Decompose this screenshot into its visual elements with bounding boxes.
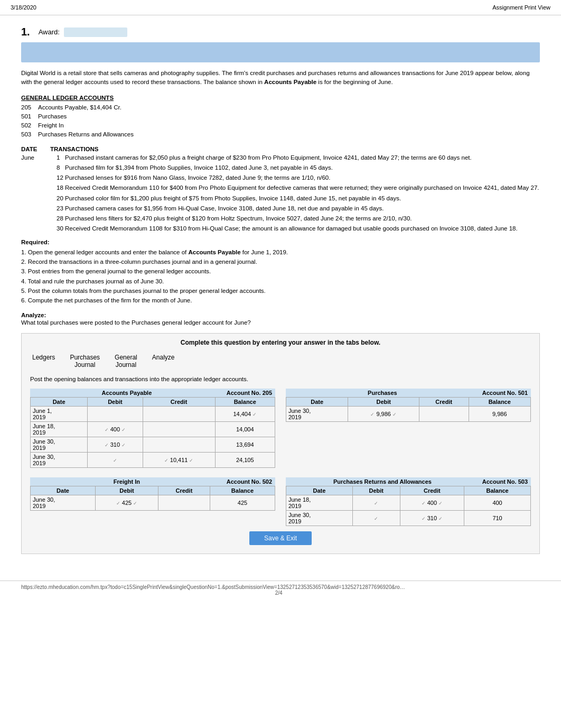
tab-ledgers[interactable]: Ledgers [30, 353, 57, 370]
award-number: 1. [21, 26, 30, 38]
col-transactions: TRANSACTIONS [50, 146, 98, 152]
footer-page: 2/4 [275, 590, 283, 596]
header-date: 3/18/2020 [11, 4, 36, 11]
pur-col-balance: Balance [469, 397, 530, 406]
tab-purchases-journal[interactable]: PurchasesJournal [68, 353, 102, 370]
award-bar [64, 27, 127, 37]
pur-col-credit: Credit [419, 397, 469, 406]
purchases-title: Purchases [286, 389, 479, 397]
pra-table: Date Debit Credit Balance June 18,2019 ✓… [286, 486, 531, 526]
trans-row-1: June 1 Purchased instant cameras for $2,… [21, 153, 540, 162]
ap-row-4: June 30,2019 ✓ ✓ 10,411 ✓ 24,105 [31, 452, 275, 467]
pra-title: Purchases Returns and Allowances [286, 477, 479, 486]
pra-col-balance: Balance [464, 486, 531, 495]
ap-col-debit: Debit [88, 397, 143, 406]
header-title: Assignment Print View [492, 4, 550, 11]
footer: https://ezto.mheducation.com/hm.tpx?todo… [0, 580, 561, 599]
tab-general-journal[interactable]: GeneralJournal [113, 353, 139, 370]
pra-account-no: Account No. 503 [479, 477, 531, 486]
trans-row-20: 20 Purchased color film for $1,200 plus … [21, 194, 540, 203]
award-label: Award: [39, 28, 60, 36]
fr-col-debit: Debit [96, 486, 158, 495]
ap-row-2: June 18,2019 ✓ 400 ✓ 14,004 [31, 421, 275, 437]
ap-row-1: June 1,2019 14,404 ✓ [31, 406, 275, 421]
post-text: Post the opening balances and transactio… [30, 376, 531, 382]
req-6: 6. Compute the net purchases of the firm… [21, 296, 540, 305]
trans-row-8: 8 Purchased film for $1,394 from Photo S… [21, 163, 540, 172]
freight-account-no: Account No. 502 [223, 477, 275, 486]
pra-row-1: June 18,2019 ✓ ✓ 400 ✓ 400 [286, 495, 531, 510]
complete-box: Complete this question by entering your … [21, 333, 540, 554]
trans-row-23: 23 Purchased camera cases for $1,956 fro… [21, 204, 540, 213]
req-4: 4. Total and rule the purchases journal … [21, 277, 540, 286]
pur-row-1: June 30,2019 ✓ 9,986 ✓ 9,986 [286, 406, 531, 421]
complete-title: Complete this question by entering your … [30, 339, 531, 346]
ap-col-date: Date [31, 397, 88, 406]
pur-col-debit: Debit [348, 397, 419, 406]
ap-col-credit: Credit [143, 397, 215, 406]
freight-table: Date Debit Credit Balance June 30,2019 ✓… [30, 486, 275, 511]
save-button[interactable]: Save & Exit [249, 531, 312, 545]
footer-url: https://ezto.mheducation.com/hm.tpx?todo… [21, 584, 405, 590]
blue-banner [21, 42, 540, 62]
intro-text: Digital World is a retail store that sel… [21, 69, 540, 87]
req-2: 2. Record the transactions in a three-co… [21, 257, 540, 266]
gl-row-503: 503Purchases Returns and Allowances [21, 130, 540, 139]
page-header: 3/18/2020 Assignment Print View [0, 0, 561, 15]
freight-ledger-block: Freight In Account No. 502 Date Debit Cr… [30, 477, 275, 526]
purchases-ledger-block: Purchases Account No. 501 Date Debit Cre… [286, 389, 531, 468]
col-date: DATE [21, 146, 50, 152]
ap-table: Date Debit Credit Balance June 1,2019 14… [30, 397, 275, 468]
analyze-title: Analyze: [21, 312, 540, 318]
trans-row-18: 18 Received Credit Memorandum 110 for $4… [21, 183, 540, 192]
pra-col-date: Date [286, 486, 353, 495]
gl-section-title: GENERAL LEDGER ACCOUNTS [21, 95, 540, 101]
ap-account-no: Account No. 205 [223, 389, 275, 397]
required-title: Required: [21, 239, 540, 245]
gl-row-502: 502Freight In [21, 121, 540, 130]
trans-row-12: 12 Purchased lenses for $916 from Nano G… [21, 173, 540, 182]
ap-title: Accounts Payable [30, 389, 223, 397]
purchases-table: Date Debit Credit Balance June 30,2019 ✓… [286, 397, 531, 422]
trans-row-28: 28 Purchased lens filters for $2,470 plu… [21, 214, 540, 223]
gl-row-501: 501Purchases [21, 112, 540, 121]
pra-ledger-block: Purchases Returns and Allowances Account… [286, 477, 531, 526]
trans-row-30: 30 Received Credit Memorandum 1108 for $… [21, 224, 540, 233]
ap-ledger-block: Accounts Payable Account No. 205 Date De… [30, 389, 275, 468]
freight-title: Freight In [30, 477, 223, 486]
fr-col-balance: Balance [210, 486, 275, 495]
gl-row-205: 205Accounts Payable, $14,404 Cr. [21, 103, 540, 112]
analyze-text: What total purchases were posted to the … [21, 319, 540, 326]
tab-analyze[interactable]: Analyze [150, 353, 177, 370]
purchases-account-no: Account No. 501 [479, 389, 531, 397]
req-1: 1. Open the general ledger accounts and … [21, 247, 540, 257]
fr-row-1: June 30,2019 ✓ 425 ✓ 425 [31, 495, 275, 510]
req-5: 5. Post the column totals from the purch… [21, 286, 540, 296]
pra-row-2: June 30,2019 ✓ ✓ 310 ✓ 710 [286, 510, 531, 526]
ap-row-3: June 30,2019 ✓ 310 ✓ 13,694 [31, 437, 275, 452]
fr-col-credit: Credit [158, 486, 210, 495]
req-3: 3. Post entries from the general journal… [21, 266, 540, 276]
pra-col-credit: Credit [400, 486, 464, 495]
fr-col-date: Date [31, 486, 96, 495]
ap-col-balance: Balance [215, 397, 275, 406]
pra-col-debit: Debit [352, 486, 400, 495]
pur-col-date: Date [286, 397, 348, 406]
